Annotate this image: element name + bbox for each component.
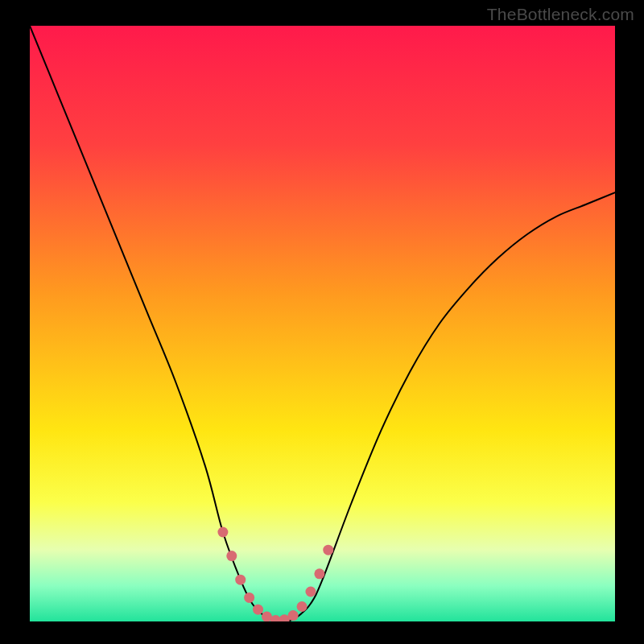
highlight-dot: [244, 592, 254, 603]
highlight-dot: [314, 568, 324, 579]
highlight-dot: [235, 575, 246, 585]
highlight-dot: [297, 601, 308, 612]
highlight-dot: [226, 551, 237, 561]
highlight-dot: [253, 605, 263, 615]
chart-stage: TheBottleneck.com: [0, 0, 644, 644]
highlight-dot: [288, 610, 299, 621]
plot-background: [30, 26, 615, 621]
highlight-dot: [305, 587, 316, 597]
highlight-dot: [217, 527, 228, 538]
watermark-text: TheBottleneck.com: [487, 5, 634, 24]
highlight-dot: [323, 545, 333, 555]
bottleneck-chart: [0, 0, 644, 644]
